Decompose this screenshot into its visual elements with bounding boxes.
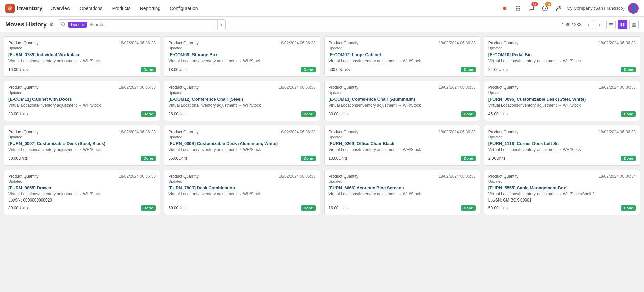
- nav-operations[interactable]: Operations: [76, 4, 106, 13]
- card-item[interactable]: Product Quantity 18/02/2024 06:36:34 Upd…: [484, 170, 640, 215]
- done-badge: Done: [621, 156, 636, 161]
- kanban-view-button[interactable]: [618, 20, 627, 29]
- card-header: Product Quantity 18/02/2024 06:36:33: [329, 130, 476, 134]
- card-footer: 10.00Units Done: [329, 154, 476, 161]
- card-header: Product Quantity 18/02/2024 06:36:33: [168, 85, 315, 90]
- card-header: Product Quantity 18/02/2024 06:36:33: [329, 174, 476, 179]
- card-type: Product Quantity: [329, 130, 358, 134]
- card-item[interactable]: Product Quantity 18/02/2024 06:36:33 Upd…: [484, 81, 640, 121]
- done-badge: Done: [141, 111, 156, 117]
- next-page-button[interactable]: ›: [595, 20, 604, 29]
- card-item[interactable]: Product Quantity 18/02/2024 06:36:33 Upd…: [4, 125, 160, 166]
- apps-icon-btn[interactable]: [513, 3, 523, 13]
- wrench-icon: [555, 5, 561, 11]
- card-item[interactable]: Product Quantity 18/02/2024 06:36:33 Upd…: [164, 81, 320, 121]
- done-badge: Done: [461, 67, 476, 72]
- card-status: Updated: [168, 90, 315, 95]
- card-footer: 50.00Units Done: [8, 154, 156, 161]
- top-nav: Inventory Overview Operations Products R…: [0, 0, 644, 17]
- card-status: Updated: [168, 46, 315, 50]
- pagination-info: 1-80 / 233: [562, 22, 582, 27]
- prev-page-button[interactable]: ‹: [584, 20, 593, 29]
- svg-rect-19: [634, 23, 636, 24]
- grid-view-button[interactable]: [629, 20, 639, 29]
- card-type: Product Quantity: [488, 174, 518, 179]
- page-title: Moves History ⚙: [5, 21, 54, 28]
- messages-icon-btn[interactable]: 14: [526, 3, 536, 13]
- card-date: 18/02/2024 06:36:33: [439, 85, 476, 90]
- card-qty: 500.00Units: [329, 67, 350, 72]
- card-item[interactable]: Product Quantity 18/02/2024 06:36:33 Upd…: [164, 36, 320, 77]
- user-avatar[interactable]: 👤: [628, 3, 639, 14]
- card-qty: 26.00Units: [168, 112, 187, 116]
- card-footer: 26.00Units Done: [168, 109, 315, 117]
- nav-products[interactable]: Products: [108, 4, 134, 13]
- card-title: [FURN_0096] Customizable Desk (Steel, Wh…: [488, 97, 636, 102]
- nav-reporting[interactable]: Reporting: [136, 4, 165, 13]
- svg-rect-18: [632, 23, 634, 24]
- card-date: 18/02/2024 06:36:33: [119, 41, 156, 45]
- card-item[interactable]: Product Quantity 18/02/2024 06:36:33 Upd…: [484, 36, 640, 77]
- card-header: Product Quantity 18/02/2024 06:36:33: [329, 41, 476, 45]
- card-item[interactable]: Product Quantity 18/02/2024 06:36:33 Upd…: [484, 125, 640, 166]
- card-header: Product Quantity 18/02/2024 06:36:33: [168, 130, 315, 134]
- card-footer: 2.00Units Done: [488, 154, 636, 161]
- app-logo[interactable]: Inventory: [5, 4, 43, 13]
- done-badge: Done: [301, 156, 316, 161]
- card-location: Virtual Locations/Inventory adjustment →…: [329, 192, 476, 196]
- page-settings-icon[interactable]: ⚙: [49, 22, 54, 28]
- svg-rect-7: [516, 9, 517, 10]
- svg-rect-2: [518, 6, 519, 7]
- card-item[interactable]: Product Quantity 18/02/2024 06:36:33 Upd…: [324, 81, 480, 121]
- card-location: Virtual Locations/Inventory adjustment →…: [168, 147, 315, 152]
- card-qty: 80.00Units: [8, 206, 28, 210]
- card-date: 18/02/2024 06:36:33: [278, 130, 315, 134]
- list-view-button[interactable]: [606, 20, 616, 29]
- brand-name: Inventory: [17, 5, 43, 12]
- card-item[interactable]: Product Quantity 18/02/2024 06:36:33 Upd…: [164, 125, 320, 166]
- card-title: [FURN_6666] Acoustic Bloc Screens: [329, 185, 476, 190]
- nav-overview[interactable]: Overview: [47, 4, 74, 13]
- card-type: Product Quantity: [488, 130, 518, 134]
- settings-icon-btn[interactable]: [553, 3, 563, 13]
- svg-rect-17: [623, 23, 624, 26]
- card-title: [FURN_1118] Corner Desk Left Sit: [488, 141, 636, 146]
- status-dot[interactable]: [500, 3, 510, 13]
- card-location: Virtual Locations/Inventory adjustment →…: [488, 103, 636, 108]
- card-location: Virtual Locations/Inventory adjustment →…: [8, 59, 156, 63]
- card-title: [FURN_0789] Individual Workplace: [8, 52, 156, 57]
- card-footer: 80.00Units Done: [8, 203, 156, 211]
- card-title: [E-COM13] Conference Chair (Aluminium): [329, 97, 476, 102]
- card-status: Updated: [8, 90, 156, 95]
- clock-icon-btn[interactable]: 54: [540, 3, 550, 13]
- filter-tag-close[interactable]: ×: [82, 23, 84, 27]
- card-qty: 60.00Units: [168, 206, 187, 210]
- card-lot: Lot/SN: 0000000000029: [8, 198, 156, 203]
- card-item[interactable]: Product Quantity 18/02/2024 06:36:33 Upd…: [4, 36, 160, 77]
- svg-rect-9: [519, 9, 520, 10]
- card-item[interactable]: Product Quantity 18/02/2024 06:36:33 Upd…: [324, 170, 480, 215]
- search-dropdown-arrow[interactable]: ▾: [217, 20, 225, 30]
- card-item[interactable]: Product Quantity 18/02/2024 06:36:33 Upd…: [4, 81, 160, 121]
- card-footer: 30.00Units Done: [329, 109, 476, 117]
- filter-tag-label: Done: [71, 22, 81, 27]
- card-header: Product Quantity 18/02/2024 06:36:33: [8, 41, 156, 45]
- done-badge: Done: [141, 67, 156, 72]
- card-date: 18/02/2024 06:36:33: [278, 174, 315, 179]
- svg-rect-8: [518, 9, 519, 10]
- card-location: Virtual Locations/Inventory adjustment →…: [329, 147, 476, 152]
- nav-configuration[interactable]: Configuration: [166, 4, 202, 13]
- done-badge: Done: [301, 205, 316, 211]
- card-item[interactable]: Product Quantity 18/02/2024 06:36:33 Upd…: [324, 125, 480, 166]
- card-item[interactable]: Product Quantity 18/02/2024 06:36:33 Upd…: [164, 170, 320, 215]
- card-type: Product Quantity: [168, 130, 198, 134]
- svg-rect-1: [516, 6, 517, 7]
- card-type: Product Quantity: [488, 85, 518, 90]
- card-header: Product Quantity 18/02/2024 06:36:33: [488, 85, 636, 90]
- search-input[interactable]: [87, 22, 217, 27]
- card-qty: 50.00Units: [8, 156, 28, 161]
- card-item[interactable]: Product Quantity 18/02/2024 06:36:33 Upd…: [324, 36, 480, 77]
- card-item[interactable]: Product Quantity 18/02/2024 06:36:33 Upd…: [4, 170, 160, 215]
- red-dot: [503, 7, 506, 10]
- card-status: Updated: [8, 46, 156, 50]
